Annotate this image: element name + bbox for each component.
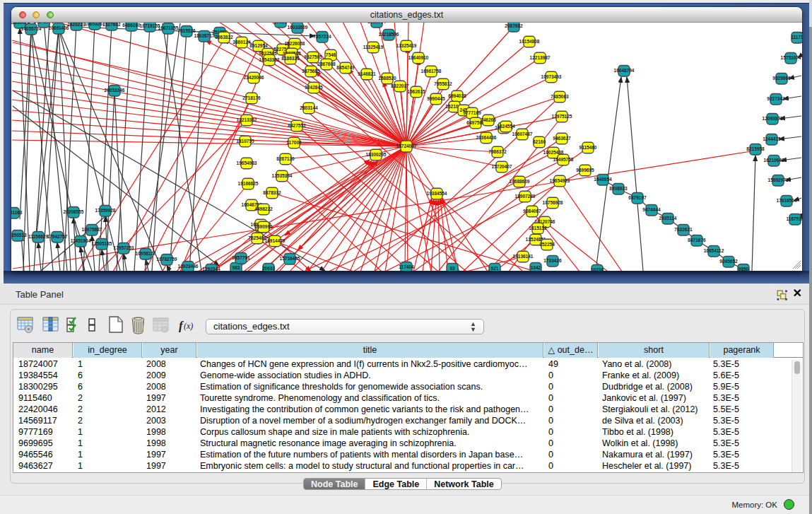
svg-text:9146821: 9146821 — [358, 71, 376, 76]
svg-text:1640954: 1640954 — [594, 177, 612, 182]
svg-text:1624554: 1624554 — [497, 124, 515, 129]
svg-text:9245652: 9245652 — [719, 259, 738, 264]
svg-text:13535394: 13535394 — [272, 173, 293, 178]
svg-text:20053346: 20053346 — [105, 88, 125, 93]
svg-text:16648794: 16648794 — [614, 68, 635, 73]
svg-text:1167531: 1167531 — [787, 216, 802, 221]
svg-text:62160: 62160 — [533, 139, 546, 144]
svg-text:1733426: 1733426 — [543, 258, 562, 263]
svg-text:1588520: 1588520 — [378, 76, 396, 81]
svg-text:7515526: 7515526 — [177, 28, 196, 33]
svg-text:15751074: 15751074 — [781, 55, 801, 60]
svg-text:16495758: 16495758 — [553, 157, 574, 162]
svg-text:8267130: 8267130 — [276, 156, 295, 161]
svg-text:11171: 11171 — [791, 35, 802, 40]
svg-text:7632621: 7632621 — [674, 227, 693, 232]
svg-text:19384554: 19384554 — [427, 191, 447, 196]
svg-text:7546: 7546 — [326, 52, 336, 57]
svg-text:9329966: 9329966 — [772, 76, 791, 81]
svg-text:2803144: 2803144 — [300, 105, 318, 110]
svg-text:1690994: 1690994 — [254, 224, 273, 229]
svg-text:19654983: 19654983 — [237, 160, 257, 165]
svg-text:8215958: 8215958 — [746, 146, 765, 151]
svg-text:9084067: 9084067 — [523, 209, 541, 214]
svg-text:15692971: 15692971 — [768, 177, 789, 182]
svg-text:6994028: 6994028 — [448, 93, 466, 98]
svg-text:8938923: 8938923 — [609, 186, 628, 191]
svg-text:12923446: 12923446 — [178, 264, 199, 269]
svg-text:16961758: 16961758 — [421, 69, 442, 74]
svg-text:7955812: 7955812 — [434, 81, 452, 86]
svg-text:20691406: 20691406 — [49, 25, 69, 30]
svg-text:17942757: 17942757 — [47, 234, 68, 239]
svg-text:11325419: 11325419 — [363, 45, 384, 49]
svg-text:10154808: 10154808 — [519, 39, 540, 44]
svg-text:6879197: 6879197 — [628, 195, 647, 200]
svg-text:16782759: 16782759 — [157, 257, 177, 262]
svg-text:8813054: 8813054 — [367, 23, 386, 24]
svg-text:23420046: 23420046 — [244, 75, 264, 80]
svg-text:10688609: 10688609 — [510, 179, 530, 184]
svg-text:1651163: 1651163 — [11, 210, 23, 215]
svg-text:9242845: 9242845 — [305, 85, 323, 90]
svg-text:18907249: 18907249 — [515, 194, 536, 199]
svg-text:16914479: 16914479 — [265, 238, 286, 243]
svg-text:2620223: 2620223 — [67, 23, 86, 27]
svg-text:6466160: 6466160 — [122, 23, 141, 28]
svg-text:10958107: 10958107 — [136, 251, 156, 256]
svg-text:11156829: 11156829 — [28, 234, 49, 239]
svg-text:19654923: 19654923 — [550, 178, 570, 183]
svg-text:9115460: 9115460 — [579, 145, 597, 150]
svg-text:12093873: 12093873 — [763, 116, 783, 121]
svg-text:16543362: 16543362 — [259, 57, 280, 62]
svg-text:9777169: 9777169 — [463, 110, 481, 115]
svg-text:16671355: 16671355 — [158, 25, 179, 30]
svg-text:19218596: 19218596 — [379, 32, 399, 37]
svg-text:10654112: 10654112 — [704, 248, 724, 253]
svg-text:117404: 117404 — [399, 264, 414, 269]
svg-text:9699695: 9699695 — [576, 168, 594, 173]
svg-text:9463627: 9463627 — [553, 136, 571, 141]
svg-text:8912954: 8912954 — [249, 43, 268, 48]
svg-text:18640910: 18640910 — [408, 55, 429, 60]
svg-text:252254: 252254 — [539, 242, 555, 247]
svg-text:17359928: 17359928 — [95, 208, 116, 213]
svg-text:2718176: 2718176 — [242, 95, 261, 100]
svg-text:3875685: 3875685 — [302, 69, 320, 74]
svg-text:8454749: 8454749 — [336, 65, 355, 70]
svg-text:10756928: 10756928 — [543, 200, 563, 205]
svg-text:9474444: 9474444 — [642, 207, 661, 212]
svg-text:10236: 10236 — [591, 267, 604, 271]
svg-text:7663822: 7663822 — [215, 35, 233, 40]
svg-text:13325419: 13325419 — [396, 43, 417, 48]
svg-text:3660124: 3660124 — [233, 40, 251, 45]
svg-text:10975887: 10975887 — [82, 227, 102, 232]
svg-text:17016504: 17016504 — [777, 198, 797, 203]
svg-text:2935114: 2935114 — [659, 216, 677, 221]
svg-text:1810755: 1810755 — [236, 139, 254, 144]
svg-text:12213987: 12213987 — [530, 55, 551, 60]
svg-text:19166825: 19166825 — [238, 181, 259, 186]
svg-text:8186323: 8186323 — [281, 56, 300, 61]
svg-text:12213382: 12213382 — [237, 117, 257, 122]
svg-text:1292344: 1292344 — [202, 267, 220, 271]
svg-text:117004: 117004 — [286, 140, 302, 145]
svg-text:2087682: 2087682 — [505, 23, 523, 28]
svg-text:9990445: 9990445 — [427, 96, 445, 101]
svg-text:8427552: 8427552 — [288, 123, 306, 128]
svg-text:1042: 1042 — [531, 265, 541, 270]
svg-text:15716485: 15716485 — [280, 256, 300, 261]
svg-text:20206555: 20206555 — [64, 209, 84, 214]
svg-text:16033809: 16033809 — [288, 25, 308, 30]
svg-text:18300295: 18300295 — [366, 152, 387, 157]
svg-text:20331: 20331 — [274, 23, 287, 24]
svg-text:18724007: 18724007 — [396, 144, 417, 148]
svg-text:12505185: 12505185 — [92, 241, 112, 246]
svg-text:1615152: 1615152 — [529, 226, 547, 230]
svg-text:83: 83 — [449, 266, 455, 271]
svg-text:9850: 9850 — [739, 267, 749, 271]
svg-text:15720407: 15720407 — [492, 164, 512, 169]
svg-text:8678332: 8678332 — [263, 190, 281, 195]
svg-text:10719155: 10719155 — [140, 23, 160, 28]
svg-text:9227342: 9227342 — [767, 96, 785, 101]
